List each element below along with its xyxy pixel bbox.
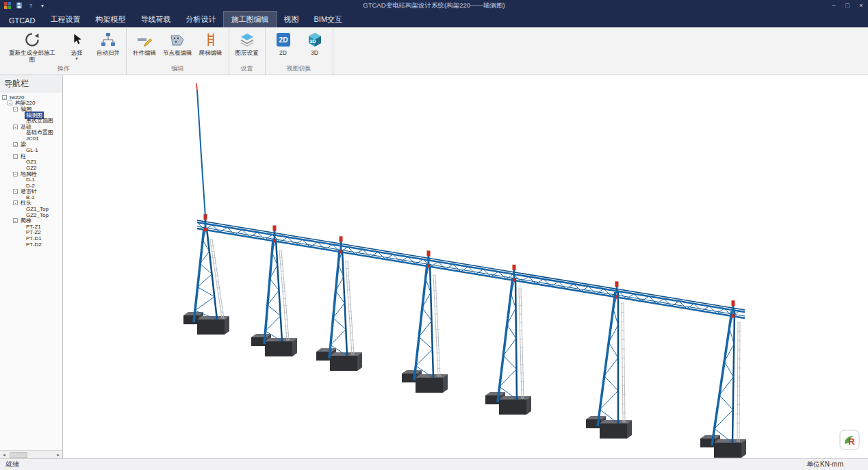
ladder-edit-icon xyxy=(203,30,218,49)
ribbon-group-编辑: 杆件编辑节点板编辑爬梯编辑编辑 xyxy=(127,28,229,75)
tree-item-label: PT-D2 xyxy=(25,241,43,248)
navigation-panel-title: 导航栏 xyxy=(0,75,62,92)
ribbon-group-label: 操作 xyxy=(4,64,123,75)
quick-access-caret-icon[interactable]: ▾ xyxy=(38,1,47,10)
ribbon-button-label: 自动归并 xyxy=(97,49,120,56)
ribbon-button-重新生成全部施工图[interactable]: 重新生成全部施工图 xyxy=(4,29,60,64)
close-button[interactable]: × xyxy=(854,0,868,11)
tree-expander-icon[interactable]: - xyxy=(13,125,18,129)
menu-tab-GTCAD[interactable]: GTCAD xyxy=(1,14,43,27)
help-icon[interactable]: ? xyxy=(27,1,35,10)
app-logo-icon[interactable] xyxy=(3,1,12,10)
tree-expander-icon[interactable]: - xyxy=(13,107,18,112)
tree-item-柱头[interactable]: -柱头 xyxy=(0,200,62,207)
menu-tab-分析设计[interactable]: 分析设计 xyxy=(179,12,224,27)
menu-tab-BIM交互[interactable]: BIM交互 xyxy=(307,12,350,27)
ribbon-button-label: 节点板编辑 xyxy=(163,49,192,56)
tree-expander-icon[interactable]: - xyxy=(2,95,7,100)
title-bar: ? ▾ GTCAD变电站构架设计系统(构架220——轴测图) –□× xyxy=(0,0,868,11)
tree-item-D-1[interactable]: D-1 xyxy=(0,177,62,183)
3d-icon: 3D xyxy=(307,30,323,49)
tree-expander-icon[interactable]: - xyxy=(13,189,18,194)
layers-icon xyxy=(239,30,255,49)
ribbon-group-label: 视图切换 xyxy=(268,64,330,75)
2d-icon: 2D xyxy=(275,30,292,49)
tree-item-柱[interactable]: -柱 xyxy=(0,153,62,159)
scroll-left-icon[interactable]: ◂ xyxy=(0,451,8,459)
ribbon-button-label: 爬梯编辑 xyxy=(199,49,222,56)
navigation-panel: 导航栏 -tw220-构架220-轴网轴测图单线立面图-基础基础布置图JC01-… xyxy=(0,75,63,458)
ribbon-button-3D[interactable]: 3D3D xyxy=(300,29,330,64)
ribbon-button-label: 杆件编辑 xyxy=(133,49,156,56)
sidebar-tree: -tw220-构架220-轴网轴测图单线立面图-基础基础布置图JC01-梁GL-… xyxy=(0,92,62,450)
svg-text:R: R xyxy=(848,436,855,447)
tree-item-GZ1_Top[interactable]: GZ1_Top xyxy=(0,206,62,212)
tree-expander-icon[interactable]: - xyxy=(13,200,18,205)
tree-item-GZ1[interactable]: GZ1 xyxy=(0,159,62,166)
ribbon: 重新生成全部施工图选择▾自动归并操作杆件编辑节点板编辑爬梯编辑编辑图层设置设置2… xyxy=(0,27,868,75)
tree-item-PT-D1[interactable]: PT-D1 xyxy=(0,235,62,241)
plate-edit-icon xyxy=(169,30,186,49)
ribbon-button-图层设置[interactable]: 图层设置 xyxy=(232,29,262,64)
tree-item-地脚栓[interactable]: -地脚栓 xyxy=(0,171,62,177)
3d-viewport[interactable]: R xyxy=(63,75,868,458)
save-icon[interactable] xyxy=(15,1,23,10)
tree-expander-icon[interactable]: - xyxy=(13,142,18,147)
menu-tab-导线荷载[interactable]: 导线荷载 xyxy=(133,12,179,27)
ribbon-group-label: 设置 xyxy=(232,64,262,75)
window-controls: –□× xyxy=(827,0,868,11)
maximize-button[interactable]: □ xyxy=(841,0,854,11)
ribbon-button-label: 重新生成全部施工图 xyxy=(6,49,58,63)
ribbon-group-视图切换: 2D2D3D3D视图切换 xyxy=(266,28,333,75)
quick-access-toolbar: ? ▾ xyxy=(0,1,47,10)
tree-expander-icon[interactable]: - xyxy=(8,101,12,105)
minimize-button[interactable]: – xyxy=(827,0,841,11)
scrollbar-thumb[interactable] xyxy=(10,452,27,458)
cursor-icon xyxy=(69,30,84,49)
status-ready: 就绪 xyxy=(0,460,19,469)
menu-bar: GTCAD工程设置构架模型导线荷载分析设计施工图编辑视图BIM交互 xyxy=(0,11,868,27)
refresh-icon xyxy=(23,30,41,49)
menu-tab-工程设置[interactable]: 工程设置 xyxy=(43,12,88,27)
tree-item-爬梯[interactable]: -爬梯 xyxy=(0,218,62,224)
gantry-structure-model[interactable] xyxy=(63,75,868,458)
merge-icon xyxy=(100,30,116,49)
tree-item-JC01[interactable]: JC01 xyxy=(0,135,62,142)
status-units: 单位KN-mm xyxy=(806,460,868,469)
ribbon-button-label: 选择 xyxy=(71,49,83,56)
menu-tab-施工图编辑[interactable]: 施工图编辑 xyxy=(224,12,277,27)
ribbon-button-label: 2D xyxy=(279,49,287,56)
tree-item-PT-Z2[interactable]: PT-Z2 xyxy=(0,230,62,236)
ribbon-button-爬梯编辑[interactable]: 爬梯编辑 xyxy=(196,29,226,64)
tree-item-梁[interactable]: -梁 xyxy=(0,142,62,148)
ribbon-button-杆件编辑[interactable]: 杆件编辑 xyxy=(129,29,159,64)
brand-logo-icon: R xyxy=(839,430,860,453)
ribbon-group-label: 编辑 xyxy=(129,64,226,75)
menu-tab-视图[interactable]: 视图 xyxy=(277,12,307,27)
tree-item-基础布置图[interactable]: 基础布置图 xyxy=(0,130,62,136)
scroll-right-icon[interactable]: ▸ xyxy=(54,451,62,459)
scrollbar-track[interactable] xyxy=(8,452,54,458)
sidebar-hscrollbar[interactable]: ◂ ▸ xyxy=(0,450,62,458)
tree-item-GL-1[interactable]: GL-1 xyxy=(0,147,62,153)
tree-expander-icon[interactable]: - xyxy=(13,172,18,177)
ribbon-group-设置: 图层设置设置 xyxy=(229,28,266,75)
tree-expander-icon[interactable]: - xyxy=(13,154,18,159)
ribbon-button-自动归并[interactable]: 自动归并 xyxy=(93,29,123,64)
member-edit-icon xyxy=(136,30,153,49)
menu-tab-构架模型[interactable]: 构架模型 xyxy=(88,12,133,27)
ribbon-button-选择[interactable]: 选择▾ xyxy=(62,29,92,64)
svg-text:3D: 3D xyxy=(309,38,316,44)
tree-item-避雷针[interactable]: -避雷针 xyxy=(0,189,62,195)
ribbon-button-label: 3D xyxy=(311,49,318,56)
dropdown-caret-icon: ▾ xyxy=(75,56,78,61)
main-content: 导航栏 -tw220-构架220-轴网轴测图单线立面图-基础基础布置图JC01-… xyxy=(0,75,868,458)
window-title: GTCAD变电站构架设计系统(构架220——轴测图) xyxy=(0,1,868,10)
app-window: ? ▾ GTCAD变电站构架设计系统(构架220——轴测图) –□× GTCAD… xyxy=(0,0,868,470)
ribbon-button-2D[interactable]: 2D2D xyxy=(268,29,298,64)
status-bar: 就绪 单位KN-mm xyxy=(0,458,868,470)
ribbon-button-节点板编辑[interactable]: 节点板编辑 xyxy=(161,29,194,64)
tree-item-PT-Z1[interactable]: PT-Z1 xyxy=(0,224,62,230)
tree-item-PT-D2[interactable]: PT-D2 xyxy=(0,241,62,248)
tree-expander-icon[interactable]: - xyxy=(13,218,18,223)
